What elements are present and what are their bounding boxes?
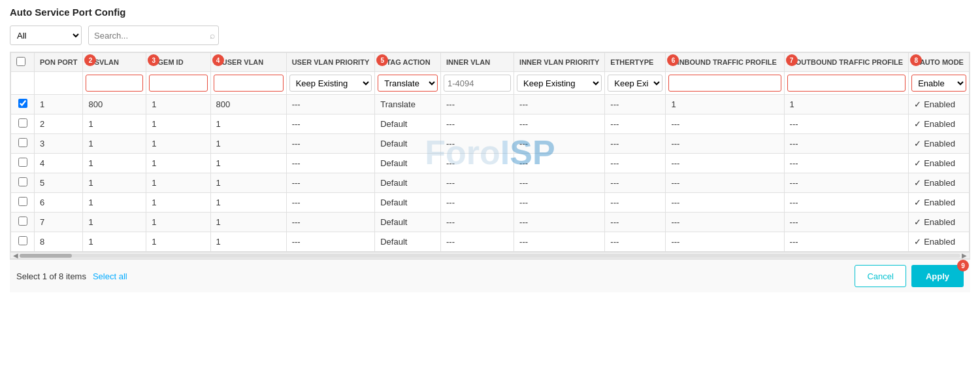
row-checkbox[interactable]	[18, 177, 27, 186]
ethertype-select[interactable]: Keep Existing	[608, 75, 662, 92]
inner-vlan-priority-select[interactable]: Keep Existing	[517, 75, 602, 92]
user-vlan-input[interactable]: 800	[214, 75, 284, 92]
cell-gem-id: 1	[146, 114, 210, 134]
cell-inner-vlan: ---	[440, 193, 514, 213]
table-row: 3111---Default---------------✓ Enabled	[11, 134, 970, 154]
cell-user-vlan: 1	[210, 193, 286, 213]
cell-user-vlan-priority: ---	[286, 95, 375, 114]
cell-user-vlan-priority: ---	[286, 232, 375, 252]
row-checkbox-cell	[11, 134, 35, 154]
header-user-vlan: 4 USER VLAN	[210, 53, 286, 72]
filter-dropdown[interactable]: All	[10, 26, 82, 45]
scrollbar-row[interactable]: ◀ ▶	[10, 252, 970, 258]
cell-tag-action: Default	[375, 232, 441, 252]
row-checkbox[interactable]	[18, 158, 27, 167]
row-checkbox-cell	[11, 154, 35, 173]
cell-svlan: 1	[83, 173, 146, 193]
cell-user-vlan-priority: ---	[286, 193, 375, 213]
input-ethertype-cell: Keep Existing	[605, 72, 666, 95]
cell-ethertype: ---	[605, 114, 666, 134]
footer-bar: Select 1 of 8 items Select all Cancel Ap…	[10, 259, 970, 292]
outbound-input[interactable]: 1	[787, 75, 906, 92]
select-all-link[interactable]: Select all	[93, 271, 127, 281]
cell-outbound: 1	[784, 95, 909, 114]
cell-pon-port: 8	[35, 232, 83, 252]
row-checkbox[interactable]	[18, 118, 27, 128]
cell-user-vlan: 1	[210, 114, 286, 134]
cell-svlan: 1	[83, 232, 146, 252]
cell-user-vlan-priority: ---	[286, 213, 375, 232]
cell-pon-port: 2	[35, 114, 83, 134]
cell-tag-action: Translate	[375, 95, 441, 114]
cell-gem-id: 1	[146, 154, 210, 173]
cell-inner-vlan: ---	[440, 213, 514, 232]
cell-svlan: 1	[83, 114, 146, 134]
inbound-input[interactable]: 1	[668, 75, 781, 92]
header-checkbox-cell	[11, 53, 35, 72]
cell-user-vlan: 1	[210, 134, 286, 154]
cell-inbound: ---	[666, 134, 784, 154]
cell-tag-action: Default	[375, 134, 441, 154]
cell-pon-port: 5	[35, 173, 83, 193]
badge-9: 9	[957, 260, 969, 271]
row-checkbox-cell	[11, 114, 35, 134]
cell-outbound: ---	[784, 114, 909, 134]
svlan-input[interactable]: 800	[86, 75, 143, 92]
cell-inbound: ---	[666, 193, 784, 213]
inner-vlan-input[interactable]	[444, 75, 511, 92]
cell-user-vlan: 800	[210, 95, 286, 114]
select-all-checkbox[interactable]	[16, 57, 25, 66]
row-checkbox-cell	[11, 193, 35, 213]
page-wrapper: Auto Service Port Config All ⌕ Foro I SP	[0, 0, 980, 299]
scrollbar-thumb[interactable]	[20, 254, 72, 258]
enabled-cell: ✓ Enabled	[914, 158, 964, 168]
apply-button[interactable]: Apply	[911, 265, 964, 287]
search-input[interactable]	[88, 26, 219, 45]
scroll-right-arrow[interactable]: ▶	[960, 252, 968, 259]
header-inner-vlan: INNER VLAN	[440, 53, 514, 72]
cell-pon-port: 4	[35, 154, 83, 173]
cell-outbound: ---	[784, 213, 909, 232]
enabled-cell: ✓ Enabled	[914, 178, 964, 188]
row-checkbox[interactable]	[18, 99, 27, 108]
cancel-button[interactable]: Cancel	[855, 265, 906, 287]
auto-mode-select[interactable]: Enable Disable	[911, 75, 966, 92]
table-wrapper: Foro I SP PON PORT 2	[10, 52, 970, 259]
table-row: 6111---Default---------------✓ Enabled	[11, 193, 970, 213]
cell-auto-mode: ✓ Enabled	[909, 232, 970, 252]
row-checkbox[interactable]	[18, 197, 27, 206]
row-checkbox[interactable]	[18, 138, 27, 147]
header-inbound-traffic: 6 INBOUND TRAFFIC PROFILE	[666, 53, 784, 72]
gem-id-input[interactable]: 1	[149, 75, 207, 92]
cell-ethertype: ---	[605, 232, 666, 252]
cell-auto-mode: ✓ Enabled	[909, 173, 970, 193]
enabled-cell: ✓ Enabled	[914, 198, 964, 207]
cell-svlan: 1	[83, 134, 146, 154]
input-tag-action-cell: Translate Default Keep Existing Remove	[375, 72, 441, 95]
tag-action-select[interactable]: Translate Default Keep Existing Remove	[378, 75, 438, 92]
cell-inner-vlan: ---	[440, 95, 514, 114]
cell-user-vlan-priority: ---	[286, 114, 375, 134]
table-input-row: 800 1 800 Keep Existing	[11, 72, 970, 95]
check-icon: ✓	[914, 178, 921, 188]
table-body: 18001800---Translate---------11✓ Enabled…	[11, 95, 970, 252]
header-user-vlan-priority: USER VLAN PRIORITY	[286, 53, 375, 72]
scroll-left-arrow[interactable]: ◀	[12, 252, 20, 259]
row-checkbox[interactable]	[18, 236, 27, 245]
table-row: 2111---Default---------------✓ Enabled	[11, 114, 970, 134]
cell-inner-vlan-priority: ---	[514, 213, 605, 232]
cell-auto-mode: ✓ Enabled	[909, 193, 970, 213]
enabled-cell: ✓ Enabled	[914, 237, 964, 247]
row-checkbox[interactable]	[18, 217, 27, 226]
cell-user-vlan: 1	[210, 173, 286, 193]
input-user-vlan-priority-cell: Keep Existing	[286, 72, 375, 95]
cell-inner-vlan-priority: ---	[514, 173, 605, 193]
cell-tag-action: Default	[375, 173, 441, 193]
user-vlan-priority-select[interactable]: Keep Existing	[289, 75, 372, 92]
apply-button-wrapper: Apply 9	[911, 265, 964, 287]
cell-gem-id: 1	[146, 134, 210, 154]
cell-auto-mode: ✓ Enabled	[909, 95, 970, 114]
cell-outbound: ---	[784, 173, 909, 193]
cell-pon-port: 1	[35, 95, 83, 114]
cell-user-vlan: 1	[210, 154, 286, 173]
